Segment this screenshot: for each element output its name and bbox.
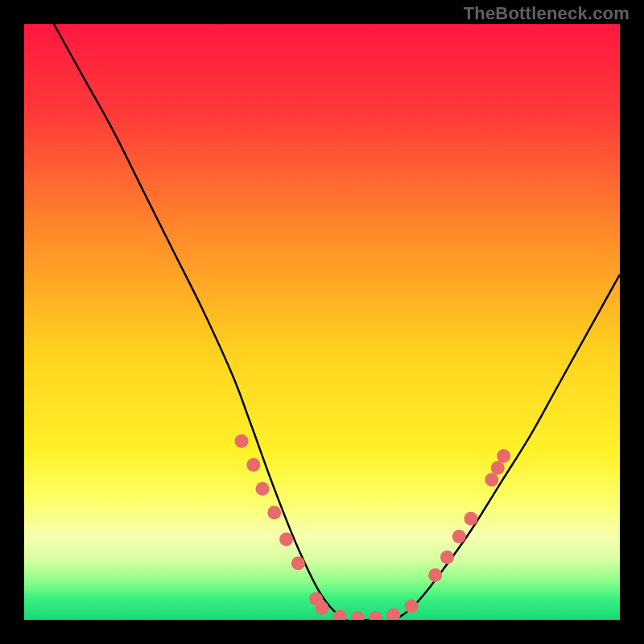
chart-frame: TheBottleneck.com <box>0 0 644 644</box>
curve-marker <box>235 435 249 448</box>
curve-marker <box>428 568 442 582</box>
curve-marker <box>497 449 510 463</box>
curve-marker <box>452 530 466 543</box>
curve-marker <box>440 551 454 564</box>
frame-edge <box>620 0 644 644</box>
curve-marker <box>291 556 305 570</box>
plot-background <box>24 24 620 620</box>
curve-marker <box>405 599 419 613</box>
curve-marker <box>267 506 281 519</box>
curve-marker <box>279 533 293 547</box>
curve-marker <box>491 461 505 475</box>
curve-marker <box>464 512 478 526</box>
curve-marker <box>246 458 260 472</box>
frame-edge <box>0 0 24 644</box>
frame-edge <box>0 620 644 644</box>
curve-marker <box>316 601 329 615</box>
bottleneck-chart <box>0 0 644 644</box>
curve-marker <box>485 473 498 487</box>
watermark-text: TheBottleneck.com <box>464 3 630 24</box>
curve-marker <box>256 482 270 496</box>
